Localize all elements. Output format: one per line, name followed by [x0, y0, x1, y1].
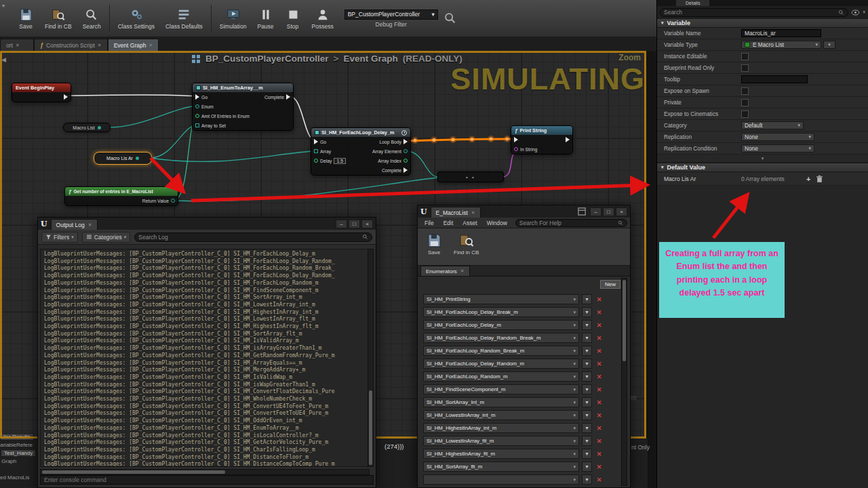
help-search-input[interactable] [519, 220, 615, 226]
remove-enumerator-button[interactable]: ✕ [595, 474, 604, 485]
breadcrumb-root[interactable]: BP_CustomPlayerController [205, 54, 329, 64]
exec-in-pin[interactable] [514, 137, 518, 142]
property-checkbox[interactable] [741, 87, 749, 95]
enumerator-name-input[interactable]: SI_HM_ForEachLoop_Delay_Break_m▾ [423, 307, 579, 317]
dropdown-arrow-icon[interactable]: ▾ [573, 413, 576, 418]
exec-out-pin[interactable]: Complete [382, 167, 408, 173]
node-macro-list[interactable]: Macro List [63, 123, 111, 132]
collapse-icon[interactable]: ▾ [661, 165, 664, 170]
debug-search-icon[interactable] [442, 11, 458, 26]
categories-dropdown[interactable]: Categories▾ [82, 232, 131, 243]
tab-event-graph[interactable]: Event Graph ✕ [108, 39, 159, 51]
move-enumerator-down-button[interactable]: ▼ [582, 333, 592, 343]
enumerator-name-input[interactable]: SI_HM_LowestInArray_int_m▾ [423, 410, 579, 420]
filters-dropdown[interactable]: Filters▾ [41, 232, 78, 243]
exec-out-pin[interactable]: Complete [264, 94, 290, 100]
section-variable[interactable]: ▾ Variable [657, 18, 868, 28]
property-checkbox[interactable] [741, 99, 749, 106]
property-checkbox[interactable] [741, 53, 749, 60]
maximize-button[interactable]: □ [349, 220, 360, 228]
dropdown-arrow-icon[interactable]: ▾ [573, 426, 576, 431]
enumerator-name-input[interactable]: SI_HM_ForEachLoop_Delay_m▾ [423, 320, 579, 330]
move-enumerator-down-button[interactable]: ▼ [582, 371, 592, 382]
enumerator-name-input[interactable]: SI_HM_SortArray_flt_m▾ [423, 462, 579, 472]
menu-file[interactable]: File [420, 219, 438, 227]
menu-window[interactable]: Window [483, 219, 511, 227]
dropdown-arrow-icon[interactable]: ▾ [573, 400, 576, 405]
class-settings-button[interactable]: Class Settings [113, 1, 160, 36]
remove-enumerator-button[interactable]: ✕ [595, 423, 604, 433]
data-pin[interactable]: Array Index [378, 159, 408, 163]
delay-value-input[interactable]: 1.5 [334, 158, 346, 164]
data-pin[interactable]: Delay1.5 [314, 158, 346, 164]
data-pin[interactable]: Enum [195, 104, 214, 109]
stop-button[interactable]: Stop [279, 1, 307, 36]
enumerator-name-input[interactable]: SI_HM_SortArray_Int_m▾ [423, 397, 579, 407]
enumerator-name-input[interactable]: SI_HM_FindSceneComponent_m▾ [423, 384, 579, 394]
enum-window-titlebar[interactable]: U E_MacroList ✕ – □ × [418, 205, 630, 218]
move-enumerator-down-button[interactable]: ▼ [582, 384, 592, 394]
collapse-icon[interactable]: ▾ [661, 20, 664, 26]
remove-enumerator-button[interactable]: ✕ [595, 397, 604, 407]
dropdown-arrow-icon[interactable]: ▾ [573, 336, 576, 341]
dropdown-arrow-icon[interactable]: ▾ [573, 387, 576, 392]
log-horizontal-scrollbar[interactable] [40, 469, 370, 475]
save-button[interactable]: Save [12, 1, 39, 36]
output-log-tab[interactable]: Output Log ✕ [51, 219, 98, 230]
enumerator-name-input[interactable]: SI_HM_HighestInArray_flt_m▾ [423, 449, 579, 459]
exec-out-pin[interactable] [566, 137, 570, 142]
enumerator-name-input[interactable]: SI_HM_PrintString▾ [423, 294, 579, 304]
property-dropdown[interactable]: E Macro List▾ [741, 41, 821, 49]
data-pin[interactable]: Return Value [142, 199, 175, 203]
output-pin[interactable] [98, 126, 101, 129]
remove-enumerator-button[interactable]: ✕ [595, 307, 604, 317]
remove-enumerator-button[interactable]: ✕ [595, 462, 604, 472]
close-icon[interactable]: ✕ [460, 268, 465, 274]
move-enumerator-down-button[interactable]: ▼ [582, 423, 592, 433]
breadcrumb-page[interactable]: Event Graph [343, 54, 397, 64]
enum-asset-tab[interactable]: E_MacroList ✕ [431, 207, 481, 218]
move-enumerator-down-button[interactable]: ▼ [582, 449, 592, 459]
minimize-button[interactable]: – [590, 207, 601, 216]
move-enumerator-down-button[interactable]: ▼ [582, 307, 592, 317]
enumerator-name-input[interactable]: SI_HM_LowestInArray_flt_m▾ [423, 436, 579, 446]
move-enumerator-down-button[interactable]: ▼ [582, 462, 592, 472]
console-command-input[interactable] [44, 476, 370, 483]
dropdown-arrow-icon[interactable]: ▾ [573, 323, 576, 328]
layout-icon[interactable] [578, 207, 586, 216]
log-vertical-scrollbar[interactable] [368, 249, 374, 467]
enumerator-name-input[interactable]: SI_HM_HighestInArray_int_m▾ [423, 423, 579, 433]
remove-enumerator-button[interactable]: ✕ [595, 294, 604, 304]
enumerator-name-input[interactable]: SI_HM_ForEachLoop_Delay_Random_m▾ [423, 359, 579, 369]
output-log-titlebar[interactable]: U Output Log ✕ – □ × [38, 218, 376, 230]
remove-enumerator-button[interactable]: ✕ [595, 410, 604, 420]
menu-edit[interactable]: Edit [439, 219, 458, 227]
remove-enumerator-button[interactable]: ✕ [595, 320, 604, 330]
data-pin[interactable]: Array Element [372, 149, 408, 154]
log-search-box[interactable] [134, 232, 372, 242]
log-lines[interactable]: LogBlueprintUserMessages: [BP_CustomPlay… [40, 249, 370, 467]
pause-button[interactable]: Pause [252, 1, 279, 36]
enumerator-name-input[interactable]: SI_HM_ForEachLoop_Delay_Random_Break_m▾ [423, 333, 579, 343]
close-button[interactable]: × [361, 220, 373, 228]
move-enumerator-down-button[interactable]: ▼ [582, 397, 592, 407]
output-pin[interactable] [136, 157, 139, 160]
dropdown-arrow-icon[interactable]: ▾ [573, 451, 576, 457]
data-pin[interactable]: Array to Set [195, 123, 226, 128]
exec-out-pin[interactable] [64, 94, 68, 100]
close-icon[interactable]: ✕ [98, 43, 102, 48]
node-event-beginplay[interactable]: Event BeginPlay [12, 83, 71, 102]
property-text-input[interactable] [741, 75, 808, 83]
dropdown-arrow-icon[interactable]: ▾ [573, 464, 576, 470]
tab-construction-script[interactable]: ƒ Construction Script ✕ [34, 39, 108, 51]
class-defaults-button[interactable]: Class Defaults [160, 1, 208, 36]
container-type-button[interactable]: ▾ [823, 41, 835, 49]
exec-in-pin[interactable]: Go [314, 139, 326, 144]
close-icon[interactable]: ✕ [471, 210, 475, 216]
move-enumerator-down-button[interactable]: ▼ [582, 410, 592, 420]
move-enumerator-down-button[interactable]: ▼ [582, 359, 592, 369]
minimize-button[interactable]: – [336, 220, 347, 228]
remove-enumerator-button[interactable]: ✕ [595, 346, 604, 356]
node-print-string[interactable]: ƒPrint String In String [511, 125, 573, 155]
data-pin[interactable]: In String [514, 147, 537, 152]
